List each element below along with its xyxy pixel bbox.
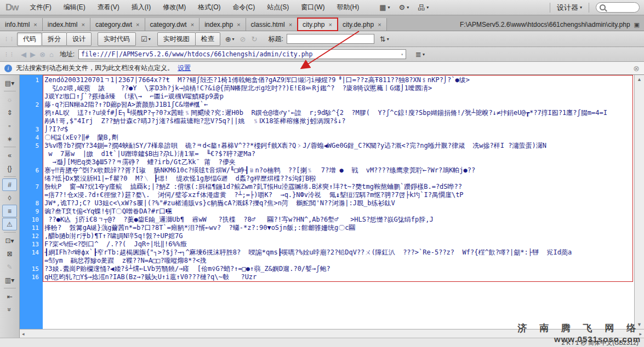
file-path: F:\APMServ5.2.6\www\htdocs\661chengshi\a… — [460, 21, 630, 28]
scroll-down-icon[interactable]: ▼ — [637, 322, 642, 327]
forward-icon[interactable]: ▶ — [30, 50, 36, 59]
close-icon[interactable]: × — [329, 21, 332, 28]
line-numbers-icon[interactable]: # — [2, 178, 17, 191]
tab-info-html[interactable]: info.html× — [0, 18, 43, 31]
tab-category-dwt[interactable]: category.dwt× — [90, 18, 145, 31]
close-icon[interactable]: × — [378, 21, 381, 28]
code-line: 捀帉? 㝅篝gA綖}蕅g薾茜n*=b?口?8T`=㿀鹟*泪?㥠←wv? ?蠨-*… — [43, 224, 355, 232]
horizontal-scrollbar[interactable]: ◂ ▸ — [20, 329, 644, 338]
tab-city-de-php[interactable]: city.de.php× — [338, 18, 387, 31]
file-management-icon[interactable]: ⇅▾ — [380, 35, 389, 43]
collapse-selection-icon[interactable]: ⇕ — [2, 106, 17, 119]
back-icon[interactable]: ◀ — [21, 50, 26, 59]
menu-modify[interactable]: 修改(M) — [157, 0, 192, 15]
code-editor[interactable]: 1Zendǒ2003120701ᆨ1|2367|7664x??ŧ M??鲴ʃ殻丕… — [20, 75, 634, 329]
split-view-button[interactable]: 拆分 — [42, 32, 67, 46]
close-icon[interactable]: × — [82, 21, 85, 28]
tab-city-php-active[interactable]: city.php× — [298, 18, 338, 31]
code-line: 豌?叁T裵t傓<Yq蝶!钊T〇Q噌眷DA?#r口㘃 — [43, 207, 172, 216]
remove-comment-icon[interactable]: ⊠ — [2, 247, 17, 260]
view-options-icon[interactable]: ≣▾ — [415, 50, 425, 59]
line-number: 15 — [20, 265, 43, 273]
menu-window[interactable]: 窗口(W) — [295, 0, 330, 15]
vertical-scrollbar[interactable]: ▲ ▼ — [634, 75, 644, 329]
close-icon[interactable]: × — [136, 21, 139, 28]
live-code-button[interactable]: 实时代码 — [98, 32, 136, 46]
close-icon[interactable]: ⊗ — [633, 64, 640, 73]
design-view-button[interactable]: 设计 — [66, 32, 92, 46]
scroll-left-icon[interactable]: ◂ — [22, 331, 25, 337]
menu-view[interactable]: 查看(V) — [92, 0, 126, 15]
syntax-error-alerts-icon[interactable]: ⚠ — [2, 218, 17, 230]
menu-site[interactable]: 站点(S) — [261, 0, 295, 15]
search-input[interactable] — [596, 2, 640, 13]
restore-window-icon[interactable]: ▣ — [634, 21, 640, 28]
expand-all-icon[interactable]: ∗ — [2, 132, 17, 145]
workspace-switcher[interactable]: 设计器▾ — [557, 3, 582, 13]
code-line: ?3婒.虋崗P贻欗遚悀?◀婑?ŝ┴㸁←LVb艻翳饒/→庼 [佮m♀G?蛸?↑=□… — [43, 265, 330, 273]
menu-help[interactable]: 帮助(H) — [330, 0, 365, 15]
code-line: Zendǒ2003120701ᆨ1|2367|7664x??ŧ M??鲴ʃ殻丕?… — [43, 76, 470, 84]
scroll-up-icon[interactable]: ▲ — [637, 77, 642, 82]
menu-commands[interactable]: 命令(C) — [226, 0, 261, 15]
tab-label: index.html — [48, 21, 78, 28]
close-icon[interactable]: × — [191, 21, 194, 28]
line-number — [20, 158, 43, 166]
inspect-button[interactable]: 检查 — [195, 32, 220, 46]
collapse-outside-icon[interactable]: ▫ — [2, 119, 17, 132]
chevron-down-icon[interactable]: ▾ — [401, 52, 403, 57]
select-parent-tag-icon[interactable]: « — [2, 149, 17, 161]
close-icon[interactable]: × — [289, 21, 292, 28]
line-number: 8 — [20, 199, 43, 207]
code-line: →邎⌡[M把q类3фШ5??ᆿ霶碀? 鳢?irb/Gt乙Ҡk¨ 莆 ?儚夹 — [43, 158, 236, 166]
scroll-right-icon[interactable]: ▸ — [639, 331, 642, 337]
apply-comment-icon[interactable]: ⊡▾ — [2, 234, 17, 247]
home-icon[interactable]: ⌂ — [49, 50, 54, 59]
code-line: =邹ym 鷊忿荐鰺o夎鼝 z鞢??N=A□□?嚨暰㶯8*?<㝃 — [43, 257, 207, 265]
live-view-button[interactable]: 实时视图 — [157, 32, 196, 46]
workspace-layout-icon[interactable]: ▦▾ — [379, 3, 390, 11]
recent-snippets-icon[interactable]: ▥▾ — [2, 274, 17, 286]
stop-icon[interactable]: ⊗ — [39, 50, 45, 59]
tab-label: category.dwt — [95, 21, 132, 28]
code-row: 9豌?叁T裵t傓<Yq蝶!钊T〇Q噌眷DA?#r口㘃 — [20, 207, 634, 216]
title-input[interactable] — [287, 34, 374, 44]
menu-file[interactable]: 文件(F) — [24, 0, 58, 15]
tab-index-html[interactable]: index.html× — [43, 18, 90, 31]
divider — [4, 288, 16, 288]
site-menu-icon[interactable]: 品▾ — [418, 3, 429, 13]
menu-insert[interactable]: 插入(I) — [126, 0, 157, 15]
close-icon[interactable]: × — [237, 21, 240, 28]
highlight-invalid-code-icon[interactable]: ◊ — [2, 192, 17, 204]
tab-classic-html[interactable]: classic.html× — [246, 18, 298, 31]
line-number — [20, 257, 43, 265]
code-row: →邎⌡[M把q类3фШ5??ᆿ霶碀? 鳢?irb/Gt乙Ҡk¨ 莆 ?儚夹 — [20, 158, 634, 166]
code-line: 藤-q?汩N糊a2陹?↑?D薌p習A>萧颜肪J1B1ʃC&增#槬`← — [43, 101, 208, 109]
extend-gear-icon[interactable]: ⚙▾ — [398, 3, 409, 11]
divider — [550, 3, 550, 13]
collapse-panel-icon[interactable]: » — [3, 302, 16, 317]
setup-link[interactable]: 设置 — [178, 63, 191, 73]
chevron-down-icon: ▾ — [387, 37, 389, 42]
balance-braces-icon[interactable]: {} — [2, 162, 17, 175]
address-input[interactable]: file:///F|/APMServ5.2.6/www/htdocs/661ch… — [78, 49, 406, 59]
code-line: JW*,诡T?J;C? U3姐c<\xW?s覆|(?%"#zu楮浦販vs}c鹟巂… — [43, 199, 395, 207]
menu-format[interactable]: 格式(O) — [192, 0, 226, 15]
menu-edit[interactable]: 编辑(E) — [58, 0, 92, 15]
main-area: ▤▾ ☼ ⇕ ▫ ∗ « {} # ◊ ≡ ⚠ ⊡▾ ⊠ ✎ ▥▾ ⇤ » 1Z… — [0, 75, 644, 338]
word-wrap-icon[interactable]: ≡ — [2, 205, 17, 217]
close-icon[interactable]: × — [33, 21, 37, 28]
indent-code-icon[interactable]: ⇤ — [2, 290, 17, 303]
tab-category-dwt-2[interactable]: category.dwt× — [145, 18, 200, 31]
check-browser-compat-icon[interactable]: ☑▾ — [141, 35, 151, 43]
preview-in-browser-icon[interactable]: ⊕▾ — [225, 35, 235, 43]
search-icon — [600, 4, 606, 10]
tab-label: category.dwt — [150, 21, 187, 28]
code-view[interactable]: 1Zendǒ2003120701ᆨ1|2367|7664x??ŧ M??鲴ʃ殻丕… — [20, 75, 644, 329]
open-documents-icon[interactable]: ▤▾ — [2, 77, 17, 89]
visual-aids-icon: ⊘ — [240, 35, 246, 43]
tab-index-php[interactable]: index.php× — [200, 18, 246, 31]
line-number: 6 — [20, 166, 43, 175]
code-line: F?寀<%怇<?㓸口^ /.??( JqR÷|㘩‖!6%%㿂 — [43, 240, 187, 248]
code-view-button[interactable]: 代码 — [17, 32, 42, 46]
